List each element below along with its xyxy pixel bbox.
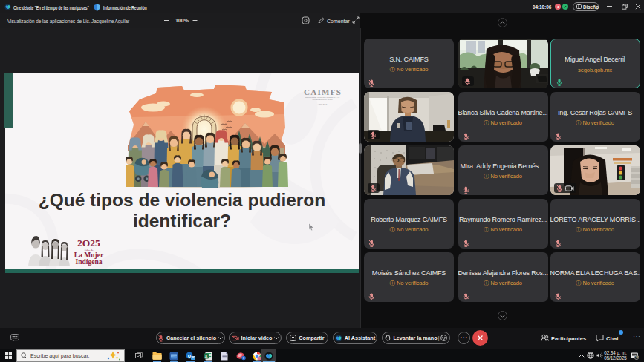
svg-text:o: o bbox=[188, 353, 191, 358]
svg-text:23: 23 bbox=[635, 356, 638, 359]
svg-text:X: X bbox=[205, 354, 208, 358]
